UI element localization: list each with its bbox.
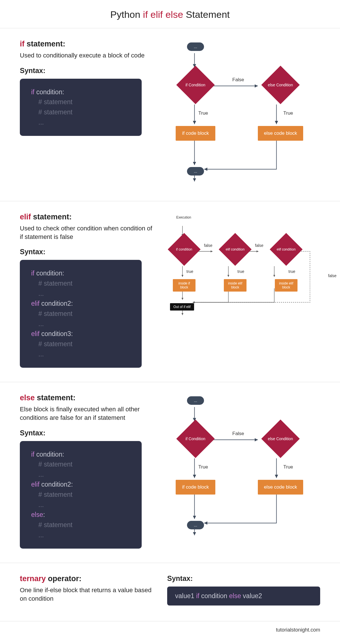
flow-label-true: True bbox=[198, 464, 208, 470]
if-code-block: if condition: # statement # statement ..… bbox=[20, 79, 142, 136]
code-comment: ... bbox=[31, 319, 133, 329]
code-comment: # statement bbox=[31, 279, 133, 289]
else-syntax-label: Syntax: bbox=[20, 429, 156, 437]
code-kw: elif bbox=[31, 300, 39, 307]
code-kw: if bbox=[31, 88, 35, 96]
flow-label-false: false bbox=[328, 273, 337, 278]
flow-start: ... bbox=[187, 396, 204, 405]
ternary-description: One line if-else block that returns a va… bbox=[20, 586, 156, 603]
flow-if-block: inside if block bbox=[173, 279, 196, 292]
flow-label-false: false bbox=[204, 243, 212, 248]
code-text: condition: bbox=[35, 269, 64, 277]
flow-start: ... bbox=[187, 42, 204, 51]
else-code-block: if condition: # statement ... elif condi… bbox=[20, 441, 142, 549]
code-comment: ... bbox=[31, 470, 133, 480]
flow-exec-label: Execution bbox=[176, 215, 191, 219]
ternary-syntax-label: Syntax: bbox=[167, 574, 320, 583]
elif-description: Used to check other condition when condi… bbox=[20, 224, 156, 241]
code-text: condition2: bbox=[39, 481, 73, 488]
flow-label-true: true bbox=[237, 269, 244, 274]
code-text: : bbox=[43, 511, 45, 518]
flow-lines bbox=[167, 393, 320, 541]
else-heading-suffix: statement: bbox=[35, 393, 76, 402]
code-comment: # statement bbox=[31, 97, 133, 107]
code-comment: ... bbox=[31, 530, 133, 540]
code-comment: # statement bbox=[31, 520, 133, 530]
flow-elif-block: inside elif block bbox=[275, 279, 298, 292]
elif-heading-suffix: statement: bbox=[31, 213, 72, 221]
else-description: Else block is finally executed when all … bbox=[20, 405, 156, 422]
else-left-column: else statement: Else block is finally ex… bbox=[20, 393, 156, 549]
title-suffix: Statement bbox=[183, 9, 230, 20]
elif-flowchart: Execution if condition elif condition el… bbox=[167, 213, 320, 368]
code-text: condition bbox=[199, 592, 229, 600]
flow-label-true: True bbox=[283, 110, 293, 116]
flow-label-true: True bbox=[283, 464, 293, 470]
code-comment: ... bbox=[31, 289, 133, 299]
ternary-right-column: Syntax: value1 if condition else value2 bbox=[167, 574, 320, 609]
if-keyword: if bbox=[20, 40, 25, 48]
flow-label-false: False bbox=[232, 77, 244, 83]
code-comment: # statement bbox=[31, 309, 133, 319]
title-prefix: Python bbox=[110, 9, 143, 20]
code-comment: # statement bbox=[31, 107, 133, 117]
code-text: condition: bbox=[35, 88, 64, 96]
ternary-heading: ternary operator: bbox=[20, 574, 156, 583]
if-heading-suffix: statement: bbox=[25, 40, 65, 48]
elif-left-column: elif statement: Used to check other cond… bbox=[20, 213, 156, 368]
ternary-left-column: ternary operator: One line if-else block… bbox=[20, 574, 156, 609]
code-text: value2 bbox=[241, 592, 262, 600]
code-text: condition3: bbox=[39, 330, 73, 337]
flow-label-false: False bbox=[232, 431, 244, 437]
else-keyword: else bbox=[20, 393, 35, 402]
code-text: value1 bbox=[175, 592, 196, 600]
code-text: condition2: bbox=[39, 300, 73, 307]
flow-end: ... bbox=[187, 167, 204, 176]
code-comment: # statement bbox=[31, 459, 133, 470]
code-text: condition: bbox=[35, 451, 64, 458]
flow-label-true: true bbox=[186, 269, 193, 274]
flow-label-false: false bbox=[255, 243, 264, 248]
flow-end: ... bbox=[187, 521, 204, 529]
ternary-code-block: value1 if condition else value2 bbox=[167, 587, 320, 606]
elif-code-block: if condition: # statement ... elif condi… bbox=[20, 260, 142, 368]
code-comment: ... bbox=[31, 117, 133, 128]
if-syntax-label: Syntax: bbox=[20, 67, 156, 75]
code-kw: if bbox=[196, 592, 199, 600]
else-heading: else statement: bbox=[20, 393, 156, 402]
section-elif: elif statement: Used to check other cond… bbox=[0, 201, 340, 382]
code-kw: elif bbox=[31, 481, 39, 488]
code-comment: ... bbox=[31, 500, 133, 510]
if-flowchart: ... if Condition else Condition False Tr… bbox=[167, 40, 320, 187]
section-if: if statement: Used to conditionally exec… bbox=[0, 28, 340, 201]
code-comment: # statement bbox=[31, 339, 133, 349]
code-kw: else bbox=[31, 511, 43, 518]
code-comment: ... bbox=[31, 349, 133, 360]
flow-label-true: true bbox=[288, 269, 295, 274]
else-flowchart: ... if Condition else Condition False Tr… bbox=[167, 393, 320, 549]
section-else: else statement: Else block is finally ex… bbox=[0, 382, 340, 563]
flow-if-block: if code block bbox=[176, 126, 215, 141]
ternary-heading-suffix: operator: bbox=[46, 574, 82, 583]
elif-syntax-label: Syntax: bbox=[20, 248, 156, 256]
flow-else-block: else code block bbox=[258, 126, 303, 141]
code-kw: else bbox=[229, 592, 241, 600]
page-title: Python if elif else Statement bbox=[0, 0, 340, 28]
flow-out-block: Out of if elif bbox=[170, 303, 194, 311]
code-comment: # statement bbox=[31, 490, 133, 500]
flow-elif-block: inside elif block bbox=[224, 279, 246, 292]
title-keyword: if elif else bbox=[143, 9, 183, 20]
code-kw: if bbox=[31, 269, 35, 277]
flow-if-block: if code block bbox=[176, 480, 215, 495]
section-ternary: ternary operator: One line if-else block… bbox=[0, 563, 340, 621]
code-kw: elif bbox=[31, 330, 39, 337]
if-description: Used to conditionally execute a block of… bbox=[20, 51, 156, 60]
if-left-column: if statement: Used to conditionally exec… bbox=[20, 40, 156, 187]
flow-else-block: else code block bbox=[258, 480, 303, 495]
if-heading: if statement: bbox=[20, 40, 156, 48]
elif-keyword: elif bbox=[20, 213, 31, 221]
footer-credit: tutorialstonight.com bbox=[0, 621, 340, 641]
flow-label-true: True bbox=[198, 110, 208, 116]
code-kw: if bbox=[31, 451, 35, 458]
ternary-keyword: ternary bbox=[20, 574, 46, 583]
